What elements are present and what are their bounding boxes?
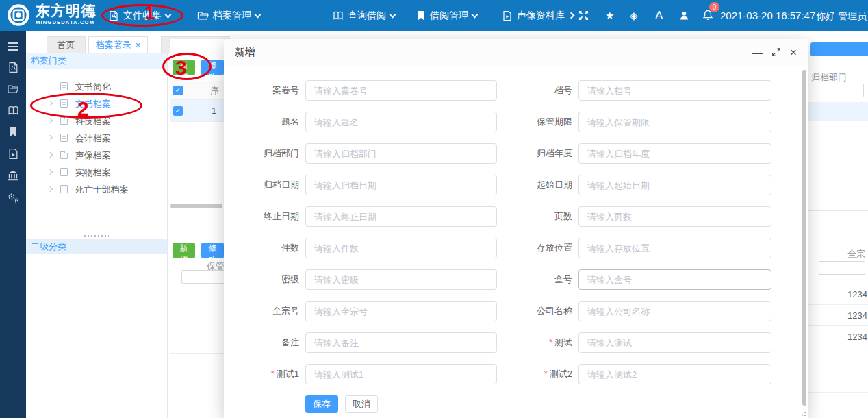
menu-file-collection[interactable]: 文件收集 <box>108 0 170 31</box>
star-icon[interactable]: ★ <box>605 0 614 31</box>
panel-splitter[interactable] <box>26 234 167 238</box>
form-input[interactable] <box>578 80 771 101</box>
chevron-right-icon[interactable] <box>47 101 53 106</box>
form-input[interactable] <box>305 112 497 132</box>
tree-item[interactable]: 文书档案 <box>26 95 167 112</box>
selected-table-row[interactable] <box>808 102 868 121</box>
horizontal-scrollbar[interactable] <box>170 204 222 208</box>
form-input[interactable] <box>305 301 497 321</box>
form-input[interactable] <box>305 80 497 101</box>
form-row: *测试1 *测试2 <box>233 364 808 384</box>
chevron-right-icon[interactable] <box>47 169 53 175</box>
tree-item[interactable]: 死亡干部档案 <box>26 181 167 198</box>
gem-icon[interactable]: ◈ <box>630 0 638 31</box>
field-label: 终止日期 <box>233 210 299 223</box>
field-label: 公司名称 <box>497 305 572 317</box>
chevron-right-icon[interactable] <box>47 152 53 158</box>
field-label-text: 保管期限 <box>537 116 572 127</box>
add-button[interactable]: 新增 <box>173 243 195 258</box>
form-input[interactable] <box>578 269 771 290</box>
form-input[interactable] <box>578 112 771 132</box>
user-icon[interactable] <box>679 0 689 31</box>
new-record-dialog: 新增 — × 案卷号 档号 <box>224 39 808 418</box>
form-input[interactable] <box>578 175 771 195</box>
form-input[interactable] <box>305 206 497 227</box>
tab-archive-cataloging[interactable]: 档案著录 × <box>88 36 148 53</box>
bank-icon[interactable] <box>7 170 19 182</box>
hamburger-menu-icon[interactable] <box>7 42 19 51</box>
tree-item[interactable]: 文书简化 <box>26 78 167 95</box>
form-input[interactable] <box>305 332 497 353</box>
field-label-text: 全宗号 <box>272 306 299 316</box>
add-button[interactable]: 新增 <box>173 60 195 75</box>
form-input[interactable] <box>578 364 771 384</box>
bookmark-icon[interactable] <box>8 127 18 138</box>
media-file-icon[interactable] <box>8 148 19 160</box>
greeting-text: 你好 管理员 <box>816 10 867 23</box>
menu-archive-management[interactable]: 档案管理 <box>197 0 260 31</box>
tree-item[interactable]: 科技档案 <box>26 112 167 130</box>
form-input[interactable] <box>578 332 771 353</box>
column-filter-input[interactable] <box>819 261 865 275</box>
column-filter-input[interactable] <box>810 84 864 97</box>
table-row[interactable]: 1234 <box>808 326 868 347</box>
seq-column-header: 序 <box>210 85 219 97</box>
minimize-icon[interactable]: — <box>752 47 763 58</box>
form-input[interactable] <box>305 143 497 164</box>
fullscreen-icon[interactable] <box>578 0 589 31</box>
tab-home[interactable]: 首页 <box>47 36 86 53</box>
field-label-text: 测试 <box>554 337 572 347</box>
form-input[interactable] <box>578 301 771 321</box>
edit-button[interactable]: 修改 <box>201 243 224 258</box>
field-label: 页数 <box>497 210 572 223</box>
form-input[interactable] <box>578 143 771 164</box>
field-label-text: 起始日期 <box>537 180 572 190</box>
background-table-left-fragment: 新增 修改 ✓ 序 ✓ 1 新增 修改 保管 <box>170 39 224 418</box>
select-all-checkbox[interactable]: ✓ <box>173 86 183 95</box>
column-filter-input[interactable] <box>181 270 224 284</box>
form-input[interactable] <box>305 269 497 290</box>
field-label: 归档年度 <box>497 147 572 160</box>
document-icon[interactable] <box>8 62 19 73</box>
save-button[interactable]: 保存 <box>305 395 338 413</box>
chevron-right-icon[interactable] <box>47 135 53 140</box>
tree-item[interactable]: 会计档案 <box>26 130 167 147</box>
form-input[interactable] <box>305 364 497 384</box>
bookmark-icon <box>416 10 426 21</box>
menu-borrow-management[interactable]: 借阅管理 <box>416 0 477 31</box>
form-input[interactable] <box>578 238 771 258</box>
menu-query-borrow[interactable]: 查询借阅 <box>333 0 395 31</box>
toolbar-button-fragment[interactable] <box>810 42 868 56</box>
tree-node-icon <box>60 185 68 193</box>
tree-item-label: 实物档案 <box>75 167 111 177</box>
tree-item[interactable]: 声像档案 <box>26 147 167 164</box>
table-row[interactable]: ✓ 1 <box>170 100 224 122</box>
cancel-button[interactable]: 取消 <box>345 395 378 413</box>
menu-media-library[interactable]: 声像资料库 <box>502 0 574 31</box>
font-size-icon[interactable]: A <box>655 0 663 31</box>
chevron-right-icon[interactable] <box>47 186 53 192</box>
gem-glyph: ◈ <box>630 10 638 22</box>
vertical-scrollbar[interactable] <box>802 70 806 406</box>
gears-icon[interactable] <box>7 192 19 204</box>
maximize-icon[interactable] <box>771 47 781 58</box>
form-input[interactable] <box>305 238 497 258</box>
tab-label: 档案著录 <box>96 39 131 51</box>
datetime-text: 2021-03-20 16:57:47 <box>720 10 815 21</box>
form-row: 题名 保管期限 <box>233 112 808 132</box>
form-input[interactable] <box>578 206 771 227</box>
row-checkbox[interactable]: ✓ <box>173 106 183 116</box>
table-row[interactable]: 1234 <box>808 305 868 326</box>
tab-close-icon[interactable]: × <box>136 40 141 50</box>
table-row[interactable]: 1234 <box>808 284 868 305</box>
dialog-header[interactable]: 新增 — × <box>224 39 808 66</box>
folder-open-icon[interactable] <box>7 84 19 95</box>
edit-button[interactable]: 修改 <box>201 60 224 75</box>
form-row: 件数 存放位置 <box>233 238 808 258</box>
resize-handle[interactable] <box>800 410 806 416</box>
tree-item[interactable]: 实物档案 <box>26 164 167 181</box>
book-icon[interactable] <box>8 105 19 116</box>
close-icon[interactable]: × <box>790 47 797 58</box>
chevron-right-icon[interactable] <box>47 118 53 123</box>
form-input[interactable] <box>305 175 497 195</box>
